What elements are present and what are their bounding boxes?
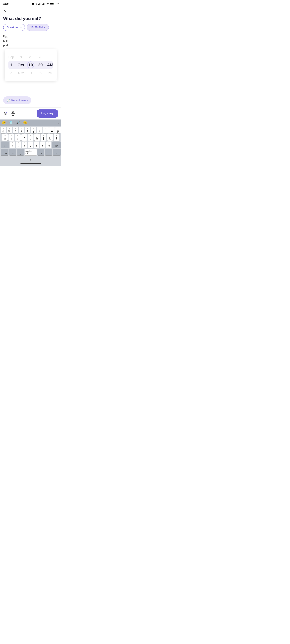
key-k[interactable]: (k [47, 134, 53, 141]
emoji-keyboard-icon[interactable]: 🙂 [2, 121, 6, 124]
key-emoji[interactable]: ☺ [9, 149, 16, 156]
close-button[interactable] [3, 9, 7, 14]
food-line-3: pork [3, 43, 58, 48]
recent-meals-icon: 🕐 [6, 98, 10, 102]
smiley-icon[interactable]: 😊 [23, 121, 27, 124]
log-entry-button[interactable]: Log entry [37, 110, 58, 118]
scan-icon [3, 111, 8, 116]
key-d[interactable]: £d [15, 134, 20, 141]
recent-meals-button[interactable]: 🕐 Recent meals [3, 96, 31, 104]
key-n[interactable]: !n [40, 142, 46, 148]
key-m[interactable]: ?m [46, 142, 52, 148]
picker-minute-selected: 29 [36, 61, 45, 69]
svg-rect-9 [42, 4, 42, 5]
meal-type-button[interactable]: Breakfast ▾ [3, 24, 25, 31]
picker-month-selected: Oct [16, 61, 26, 69]
signal-icon-2 [42, 3, 45, 5]
keyboard-row-2: @a #s £d _f &g -h +j (k )l [1, 134, 61, 141]
picker-day-selected: 1 [6, 61, 16, 69]
key-delete[interactable]: ⌫ [52, 142, 61, 148]
svg-rect-4 [38, 4, 39, 5]
key-f[interactable]: _f [22, 134, 27, 141]
key-a[interactable]: @a [2, 134, 8, 141]
tshirt-icon[interactable]: 👕 [9, 121, 13, 124]
key-g[interactable]: &g [28, 134, 34, 141]
datetime-picker[interactable]: Sep 1 2 9 Oct Nov 28 10 11 28 29 [5, 49, 56, 81]
key-shift[interactable]: ⇧ [1, 142, 9, 148]
status-icons: 93% [32, 3, 59, 5]
key-w[interactable]: 2w [7, 127, 12, 133]
svg-point-18 [54, 4, 54, 4]
status-bar: 10:30 [0, 0, 61, 7]
picker-hour-below: 11 [26, 69, 36, 77]
key-y[interactable]: 6y [31, 127, 36, 133]
battery-icon [50, 3, 54, 5]
food-text: Egg Milk pork [3, 34, 58, 48]
food-line-2: Milk [3, 39, 58, 43]
key-return[interactable]: ↵ [53, 149, 61, 156]
key-e[interactable]: 3e [13, 127, 18, 133]
picker-hour-column[interactable]: 28 10 11 [26, 53, 36, 77]
key-p[interactable]: 0p [55, 127, 61, 133]
svg-rect-11 [43, 4, 44, 5]
picker-day-column[interactable]: Sep 1 2 [6, 53, 16, 77]
page-title: What did you eat? [3, 16, 58, 21]
key-x[interactable]: "x [16, 142, 21, 148]
keyboard-row-4: ?123 ☺ , English (UK) !? . ↵ [1, 149, 61, 156]
key-v[interactable]: :v [28, 142, 33, 148]
wifi-icon [46, 3, 49, 5]
signal-icon [38, 3, 41, 5]
key-c[interactable]: 'c [22, 142, 27, 148]
svg-rect-13 [44, 3, 45, 5]
home-indicator-area [0, 162, 61, 165]
time-label: 10:29 AM [30, 26, 42, 29]
key-period[interactable]: . [45, 149, 52, 156]
key-l[interactable]: )l [54, 134, 59, 141]
microphone-button[interactable] [11, 111, 15, 116]
keyboard-row-1: 1q 2w 3e 4r 5t 6y 7u 8i 9o 0p [1, 127, 61, 133]
key-o[interactable]: 9o [50, 127, 55, 133]
key-q[interactable]: 1q [1, 127, 6, 133]
mute-icon [35, 3, 38, 5]
picker-ampm-below: PM [45, 69, 55, 77]
picker-hour-above: 28 [26, 53, 36, 61]
picker-day-below: 2 [6, 69, 16, 77]
toolbar-icons: 🙂 👕 🎤 😊 [2, 121, 27, 124]
scan-icon-button[interactable] [3, 111, 8, 116]
food-line-1: Egg [3, 34, 58, 39]
time-arrow: ▲ [44, 26, 46, 28]
svg-point-1 [32, 4, 33, 4]
picker-minute-above: 28 [36, 53, 45, 61]
key-z[interactable]: *z [10, 142, 15, 148]
key-h[interactable]: -h [34, 134, 40, 141]
picker-ampm-selected: AM [45, 61, 55, 69]
key-u[interactable]: 7u [37, 127, 42, 133]
status-time: 10:30 [2, 2, 8, 5]
picker-minute-column[interactable]: 28 29 30 [36, 53, 45, 77]
keyboard-toolbar: 🙂 👕 🎤 😊 ⌄ [0, 120, 61, 126]
picker-ampm-column[interactable]: - AM PM [45, 53, 55, 77]
key-b[interactable]: ;b [34, 142, 40, 148]
picker-month-column[interactable]: 9 Oct Nov [16, 53, 26, 77]
keyboard: 🙂 👕 🎤 😊 ⌄ 1q 2w 3e 4r 5t 6y 7u 8i 9o 0p … [0, 120, 61, 166]
action-bar: Log entry [0, 108, 61, 120]
time-button[interactable]: 10:29 AM ▲ [27, 24, 49, 31]
key-numbers[interactable]: ?123 [1, 149, 8, 156]
key-t[interactable]: 5t [25, 127, 30, 133]
svg-rect-21 [12, 112, 14, 114]
key-r[interactable]: 4r [19, 127, 24, 133]
svg-point-20 [5, 113, 6, 114]
key-comma[interactable]: , [17, 149, 24, 156]
svg-rect-5 [39, 4, 39, 5]
keyboard-collapse-icon[interactable]: ⌄ [57, 121, 60, 124]
key-i[interactable]: 8i [43, 127, 48, 133]
key-space[interactable]: English (UK) [25, 149, 37, 156]
picker-hour-selected: 10 [26, 61, 36, 69]
keyboard-collapse-button[interactable]: ∨ [30, 158, 32, 161]
key-s[interactable]: #s [8, 134, 14, 141]
main-content: What did you eat? Breakfast ▾ 10:29 AM ▲… [0, 7, 61, 96]
keyboard-mic-icon[interactable]: 🎤 [16, 121, 20, 124]
meal-type-label: Breakfast [6, 26, 20, 29]
key-j[interactable]: +j [41, 134, 46, 141]
key-exclaim[interactable]: !? [38, 149, 44, 156]
